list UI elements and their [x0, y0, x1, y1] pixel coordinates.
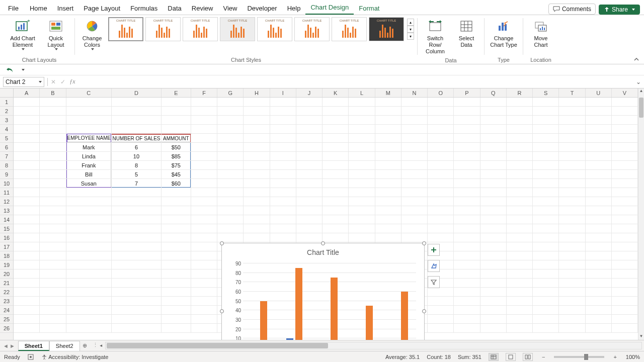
cell[interactable] — [559, 98, 585, 107]
cell[interactable] — [66, 116, 112, 125]
column-header[interactable]: A — [14, 88, 40, 97]
cell[interactable] — [507, 260, 533, 269]
cell[interactable] — [217, 143, 244, 152]
cell[interactable] — [66, 297, 112, 306]
cell[interactable] — [40, 152, 66, 161]
gallery-scroll-up[interactable]: ▴ — [407, 19, 414, 26]
cell[interactable] — [40, 107, 66, 116]
row-header[interactable]: 3 — [0, 116, 13, 125]
cell[interactable] — [586, 269, 612, 279]
cell[interactable] — [270, 206, 296, 215]
cell[interactable] — [162, 125, 191, 134]
cell[interactable] — [454, 269, 480, 279]
cell[interactable] — [428, 297, 454, 306]
cell[interactable] — [507, 315, 533, 324]
cell[interactable] — [428, 233, 454, 242]
row-header[interactable]: 8 — [0, 161, 13, 170]
cell[interactable] — [375, 170, 401, 179]
chart-style-5[interactable]: CHART TITLE — [257, 17, 292, 41]
cell[interactable] — [296, 215, 323, 224]
row-header[interactable]: 4 — [0, 125, 13, 134]
cell[interactable]: 5 — [112, 170, 162, 179]
cell[interactable] — [428, 161, 454, 170]
cell[interactable] — [612, 233, 638, 242]
column-header[interactable]: R — [507, 88, 533, 97]
cell[interactable] — [40, 206, 66, 215]
cell[interactable] — [296, 179, 323, 188]
cell[interactable] — [612, 260, 638, 269]
cell[interactable] — [14, 288, 40, 297]
cell[interactable] — [559, 251, 585, 260]
cell[interactable] — [612, 143, 638, 152]
cell[interactable] — [480, 206, 507, 215]
cell[interactable] — [480, 215, 507, 224]
row-header[interactable]: 14 — [0, 215, 13, 224]
cell[interactable] — [533, 98, 559, 107]
cell[interactable] — [559, 134, 585, 143]
cell[interactable] — [428, 170, 454, 179]
cell[interactable] — [533, 279, 559, 288]
cell[interactable] — [191, 233, 217, 242]
cell[interactable] — [428, 315, 454, 324]
cell[interactable] — [217, 107, 244, 116]
cell[interactable] — [559, 188, 585, 197]
cell[interactable] — [323, 215, 349, 224]
tab-formulas[interactable]: Formulas — [125, 2, 163, 15]
cell[interactable] — [217, 179, 244, 188]
cell[interactable] — [112, 233, 162, 242]
column-header[interactable]: N — [401, 88, 428, 97]
cell[interactable] — [296, 197, 323, 206]
cell[interactable] — [375, 215, 401, 224]
cell[interactable] — [454, 324, 480, 333]
cell[interactable] — [14, 143, 40, 152]
cell[interactable] — [480, 134, 507, 143]
cell[interactable] — [349, 197, 375, 206]
cell[interactable] — [507, 279, 533, 288]
cell[interactable] — [507, 98, 533, 107]
cell[interactable] — [454, 251, 480, 260]
view-normal-button[interactable] — [489, 353, 499, 361]
cell[interactable] — [612, 242, 638, 251]
cell[interactable] — [40, 233, 66, 242]
cell[interactable] — [559, 242, 585, 251]
cell[interactable]: Mark — [66, 143, 112, 152]
cell[interactable] — [14, 324, 40, 333]
cell[interactable] — [454, 170, 480, 179]
cell[interactable] — [559, 125, 585, 134]
cell[interactable] — [349, 206, 375, 215]
cell[interactable] — [14, 315, 40, 324]
cell[interactable] — [244, 98, 270, 107]
cell[interactable] — [375, 161, 401, 170]
select-data-button[interactable]: Select Data — [452, 17, 481, 50]
cell[interactable] — [162, 324, 191, 333]
cell[interactable] — [112, 98, 162, 107]
cell[interactable] — [14, 242, 40, 251]
column-header[interactable]: T — [559, 88, 585, 97]
cell[interactable]: $85 — [162, 152, 191, 161]
cell[interactable] — [586, 125, 612, 134]
row-header[interactable]: 11 — [0, 188, 13, 197]
cell[interactable] — [401, 179, 428, 188]
select-all-corner[interactable] — [0, 88, 14, 98]
cell[interactable] — [14, 107, 40, 116]
cell[interactable] — [375, 233, 401, 242]
cell[interactable] — [66, 98, 112, 107]
cell[interactable] — [454, 197, 480, 206]
cell[interactable] — [428, 107, 454, 116]
formula-cancel-icon[interactable]: ✕ — [49, 78, 57, 85]
cell[interactable] — [191, 260, 217, 269]
cell[interactable] — [162, 233, 191, 242]
row-header[interactable]: 13 — [0, 206, 13, 215]
cell[interactable] — [14, 197, 40, 206]
cell[interactable] — [66, 233, 112, 242]
cell[interactable] — [66, 242, 112, 251]
cell[interactable] — [191, 98, 217, 107]
row-header[interactable]: 23 — [0, 297, 13, 306]
resize-handle[interactable] — [220, 241, 224, 245]
cell[interactable] — [612, 197, 638, 206]
cell[interactable] — [191, 324, 217, 333]
cell[interactable] — [40, 188, 66, 197]
column-header[interactable]: L — [349, 88, 375, 97]
cell[interactable] — [533, 152, 559, 161]
cell[interactable] — [454, 315, 480, 324]
